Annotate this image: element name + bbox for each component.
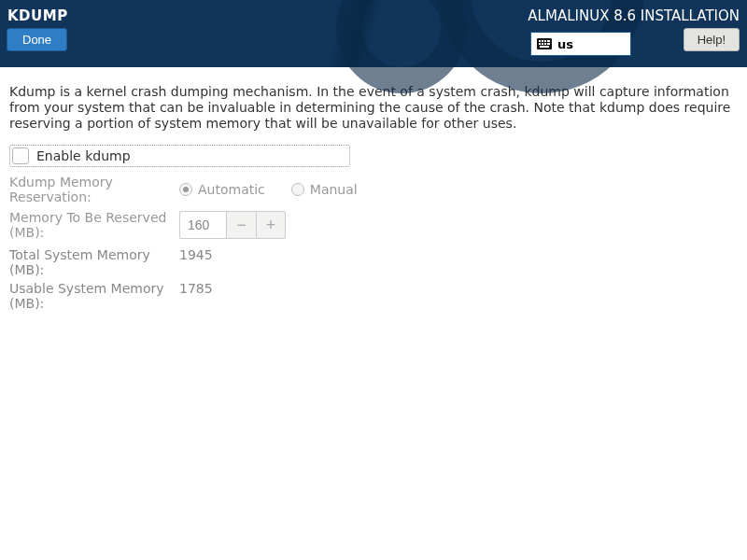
svg-rect-8 [547, 43, 550, 45]
reservation-manual-label: Manual [310, 182, 358, 197]
usable-memory-value: 1785 [179, 281, 213, 311]
radio-icon [291, 183, 304, 196]
memory-increment-button[interactable]: + [256, 211, 286, 239]
memory-to-reserve-input[interactable] [179, 211, 226, 239]
svg-rect-4 [547, 40, 550, 42]
memory-to-reserve-label: Memory To Be Reserved (MB): [9, 210, 179, 240]
done-button[interactable]: Done [7, 28, 67, 51]
reservation-row: Kdump Memory Reservation: Automatic Manu… [9, 175, 738, 204]
reservation-manual-option[interactable]: Manual [291, 182, 358, 197]
keyboard-icon [537, 38, 552, 49]
svg-rect-3 [544, 40, 546, 42]
reservation-automatic-label: Automatic [198, 182, 265, 197]
usable-memory-label: Usable System Memory (MB): [9, 281, 179, 311]
usable-memory-row: Usable System Memory (MB): 1785 [9, 281, 738, 311]
total-memory-row: Total System Memory (MB): 1945 [9, 247, 738, 277]
enable-kdump-label: Enable kdump [36, 148, 131, 163]
keyboard-layout-selector[interactable]: us [530, 32, 631, 56]
installer-subtitle: ALMALINUX 8.6 INSTALLATION [528, 7, 740, 24]
kdump-description: Kdump is a kernel crash dumping mechanis… [9, 84, 738, 132]
total-memory-label: Total System Memory (MB): [9, 247, 179, 277]
installer-header: KDUMP ALMALINUX 8.6 INSTALLATION Done us… [0, 0, 747, 67]
svg-rect-9 [540, 46, 549, 48]
page-title: KDUMP [7, 7, 68, 24]
total-memory-value: 1945 [179, 247, 213, 277]
reservation-label: Kdump Memory Reservation: [9, 175, 179, 204]
enable-kdump-control[interactable]: Enable kdump [9, 145, 350, 167]
help-button[interactable]: Help! [684, 28, 740, 51]
content-area: Kdump is a kernel crash dumping mechanis… [0, 67, 747, 320]
memory-to-reserve-row: Memory To Be Reserved (MB): − + [9, 210, 738, 240]
svg-rect-6 [542, 43, 543, 45]
radio-icon [179, 183, 192, 196]
svg-rect-1 [539, 40, 541, 42]
reservation-automatic-option[interactable]: Automatic [179, 182, 265, 197]
memory-decrement-button[interactable]: − [226, 211, 256, 239]
enable-kdump-checkbox[interactable] [12, 147, 29, 164]
reservation-radio-group: Automatic Manual [179, 182, 358, 197]
svg-rect-7 [544, 43, 546, 45]
keyboard-layout-label: us [557, 37, 573, 51]
svg-rect-5 [539, 43, 541, 45]
svg-rect-2 [542, 40, 543, 42]
